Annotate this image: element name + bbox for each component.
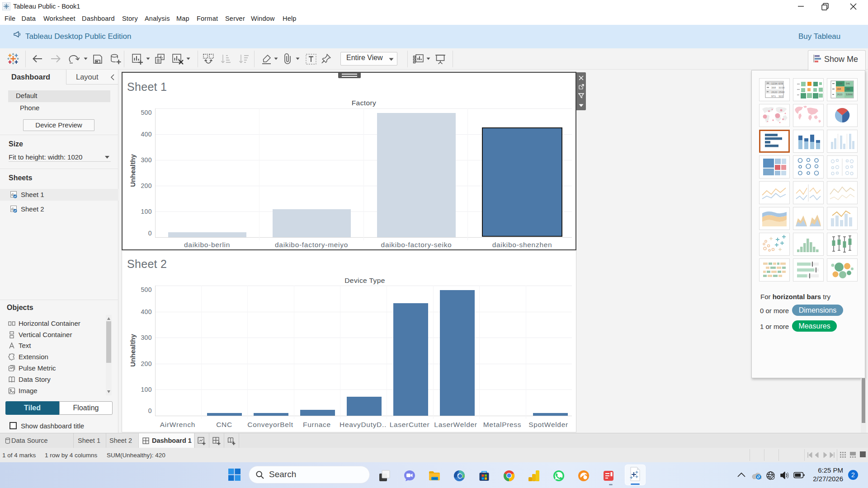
svg-text:2620: 2620 <box>771 91 778 94</box>
svg-text:388: 388 <box>846 88 850 90</box>
svg-text:2568: 2568 <box>778 91 785 94</box>
svg-text:3034: 3034 <box>778 86 785 89</box>
svg-text:1234: 1234 <box>771 82 778 85</box>
svg-text:368: 368 <box>837 88 841 90</box>
svg-text:678: 678 <box>778 82 783 85</box>
svg-text:1234: 1234 <box>837 82 842 85</box>
svg-text:971: 971 <box>771 95 776 98</box>
svg-text:2620: 2620 <box>837 93 842 96</box>
svg-text:546: 546 <box>846 82 850 85</box>
svg-text:322: 322 <box>778 95 783 98</box>
svg-text:53990: 53990 <box>846 93 853 96</box>
svg-text:368: 368 <box>771 86 776 89</box>
